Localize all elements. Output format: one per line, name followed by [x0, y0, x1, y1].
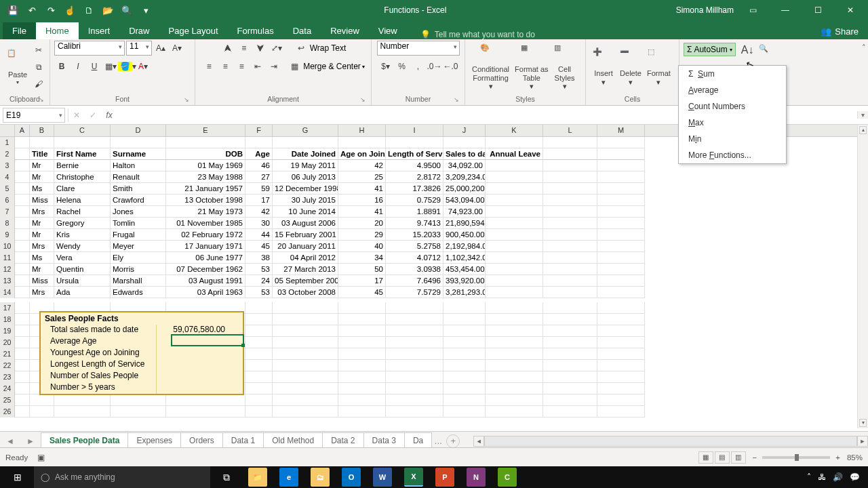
cell[interactable]: Morris — [111, 264, 166, 275]
cell[interactable] — [245, 348, 273, 360]
cell[interactable] — [111, 406, 166, 418]
camtasia-icon[interactable]: C — [492, 466, 522, 488]
cell[interactable] — [597, 218, 645, 229]
cell[interactable] — [338, 394, 386, 406]
cell[interactable]: 40 — [338, 241, 386, 252]
tab-page-layout[interactable]: Page Layout — [159, 22, 228, 39]
cell[interactable]: 20 — [338, 218, 386, 229]
word-icon[interactable]: W — [368, 466, 397, 488]
cell[interactable] — [597, 394, 645, 406]
cell[interactable]: Frugal — [111, 229, 166, 241]
cell[interactable] — [543, 287, 597, 298]
row-header[interactable]: 4 — [0, 171, 15, 183]
cell[interactable] — [443, 337, 486, 348]
cell[interactable] — [15, 137, 30, 148]
cell[interactable] — [273, 383, 338, 394]
cell[interactable]: 4.9500 — [386, 160, 443, 171]
sheet-nav-next-icon[interactable]: ► — [26, 436, 35, 446]
cell[interactable] — [486, 137, 543, 148]
cell[interactable]: 01 May 1969 — [166, 160, 245, 171]
collapse-ribbon-icon[interactable]: ˄ — [862, 43, 866, 52]
action-center-icon[interactable]: 💬 — [850, 472, 860, 482]
decrease-font-icon[interactable]: A▾ — [170, 41, 184, 56]
cell[interactable]: 17.3826 — [386, 183, 443, 195]
cell[interactable]: 7.5729 — [386, 287, 443, 298]
cell[interactable] — [338, 383, 386, 394]
cell[interactable]: 53 — [245, 264, 273, 275]
cell[interactable] — [597, 171, 645, 183]
column-header[interactable]: J — [443, 125, 486, 136]
cell[interactable] — [245, 337, 273, 348]
cell[interactable] — [486, 325, 543, 337]
autosum-menu-max[interactable]: Max — [679, 115, 786, 131]
row-header[interactable]: 1 — [0, 137, 15, 148]
cell[interactable] — [54, 137, 111, 148]
cell[interactable]: Quentin — [54, 264, 111, 275]
align-right-icon[interactable]: ≡ — [234, 59, 249, 74]
cell[interactable] — [597, 302, 645, 314]
font-name-select[interactable]: Calibri — [54, 41, 125, 56]
cell[interactable]: 17 — [338, 275, 386, 287]
cell[interactable]: 17 — [245, 195, 273, 206]
ribbon-options-icon[interactable]: ▭ — [739, 1, 766, 19]
cell[interactable] — [15, 348, 30, 360]
conditional-formatting-button[interactable]: 🎨Conditional Formatting▾ — [469, 42, 512, 92]
cell[interactable]: Jones — [111, 206, 166, 218]
delete-cells-button[interactable]: ➖Delete▾ — [617, 46, 644, 87]
print-preview-icon[interactable]: 🔍 — [118, 1, 136, 19]
tab-insert[interactable]: Insert — [79, 22, 120, 39]
cell[interactable] — [386, 371, 443, 383]
cell[interactable] — [386, 360, 443, 371]
cell[interactable]: 2,192,984.00 — [443, 241, 486, 252]
bold-button[interactable]: B — [54, 59, 69, 74]
decrease-indent-icon[interactable]: ⇤ — [250, 59, 265, 74]
column-header[interactable]: M — [597, 125, 645, 136]
cell[interactable]: Marshall — [111, 275, 166, 287]
cell[interactable]: 1.8891 — [386, 206, 443, 218]
cell[interactable] — [597, 383, 645, 394]
cell[interactable] — [486, 171, 543, 183]
cell[interactable] — [245, 302, 273, 314]
cell[interactable] — [486, 383, 543, 394]
orientation-icon[interactable]: ⤢▾ — [269, 41, 284, 56]
cell[interactable] — [338, 302, 386, 314]
save-icon[interactable]: 💾 — [4, 1, 22, 19]
cell[interactable]: 44 — [245, 229, 273, 241]
column-header[interactable]: L — [543, 125, 597, 136]
normal-view-icon[interactable]: ▦ — [698, 451, 713, 464]
cell[interactable] — [597, 206, 645, 218]
cell[interactable] — [54, 394, 111, 406]
close-button[interactable]: ✕ — [837, 1, 864, 19]
cell[interactable]: 5.2758 — [386, 241, 443, 252]
cell[interactable]: 41 — [338, 206, 386, 218]
cell[interactable]: 15.2033 — [386, 229, 443, 241]
cell[interactable]: Age on Joining — [338, 148, 386, 160]
cell[interactable]: 24 — [245, 275, 273, 287]
cell[interactable] — [15, 325, 30, 337]
clipboard-dialog-icon[interactable]: ↘ — [39, 96, 44, 103]
cell[interactable]: 21 May 1973 — [166, 206, 245, 218]
cell[interactable] — [15, 406, 30, 418]
cell[interactable]: Ada — [54, 287, 111, 298]
cell[interactable]: Mr — [30, 160, 54, 171]
cell[interactable]: 7.6496 — [386, 275, 443, 287]
underline-button[interactable]: U — [87, 59, 102, 74]
cell[interactable] — [597, 275, 645, 287]
cell[interactable]: 20 January 2011 — [273, 241, 338, 252]
cut-icon[interactable]: ✂ — [31, 43, 46, 58]
cell[interactable]: Halton — [111, 160, 166, 171]
cell[interactable] — [15, 252, 30, 264]
tab-home[interactable]: Home — [36, 22, 79, 39]
facts-value[interactable] — [156, 371, 229, 382]
cell[interactable] — [386, 383, 443, 394]
autosum-menu-average[interactable]: Average — [679, 82, 786, 98]
cell[interactable] — [597, 287, 645, 298]
maximize-button[interactable]: ☐ — [804, 1, 831, 19]
cell[interactable]: Length of Service — [386, 148, 443, 160]
cell[interactable] — [597, 195, 645, 206]
paste-button[interactable]: 📋 Paste▾ — [4, 47, 31, 87]
cell[interactable]: Miss — [30, 195, 54, 206]
cell[interactable]: 42 — [338, 160, 386, 171]
cell[interactable]: 50 — [338, 264, 386, 275]
cell[interactable] — [15, 302, 30, 314]
